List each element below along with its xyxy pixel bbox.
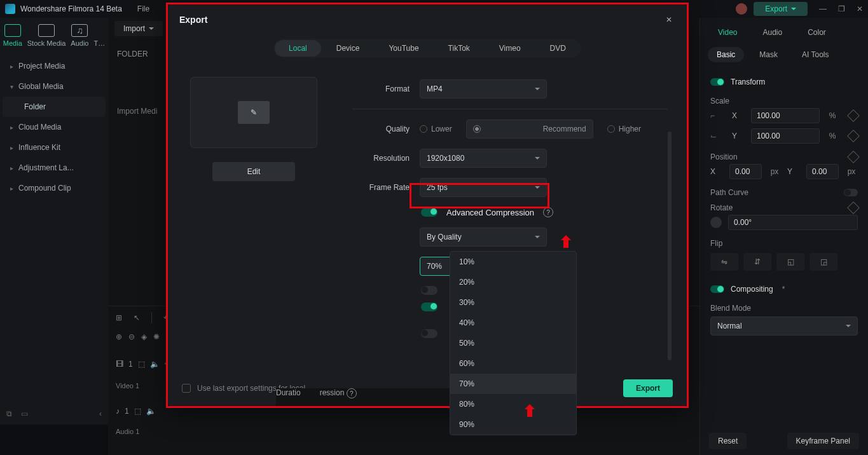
close-button[interactable]: ✕: [663, 13, 675, 26]
scale-y-input[interactable]: 100.00: [751, 128, 820, 144]
sidebar-project-media[interactable]: ▸Project Media: [3, 56, 106, 76]
keyframe-diamond[interactable]: [847, 130, 860, 142]
rotate-input[interactable]: 0.00°: [728, 215, 858, 230]
subtab-mask[interactable]: Mask: [750, 47, 787, 62]
subtab-basic[interactable]: Basic: [708, 47, 744, 62]
tab-video[interactable]: Video: [708, 24, 747, 41]
misc-toggle-1[interactable]: [421, 286, 437, 295]
rotate-knob[interactable]: [710, 217, 722, 228]
position-x-input[interactable]: 0.00: [729, 164, 762, 179]
compositing-toggle[interactable]: [710, 285, 724, 293]
opt-60[interactable]: 60%: [450, 353, 576, 374]
format-select[interactable]: MP4: [420, 79, 547, 98]
misc-toggle-2[interactable]: [421, 302, 437, 311]
tab-vimeo[interactable]: Vimeo: [485, 40, 535, 57]
transform-section[interactable]: Transform: [710, 74, 858, 90]
window-minimize[interactable]: —: [819, 4, 827, 13]
grid-icon[interactable]: ⊞: [116, 313, 122, 322]
transform-toggle[interactable]: [710, 78, 724, 86]
reset-button[interactable]: Reset: [709, 433, 747, 449]
keyframe-diamond[interactable]: [847, 109, 860, 122]
export-button[interactable]: Export: [623, 379, 673, 397]
checkbox[interactable]: [182, 384, 191, 393]
help-icon[interactable]: ?: [347, 388, 357, 398]
marker-icon[interactable]: ◈: [141, 332, 147, 341]
tab-text[interactable]: T…: [93, 39, 105, 47]
dialog-title: Export: [179, 15, 207, 25]
quality-higher[interactable]: Higher: [607, 125, 641, 133]
tab-audio[interactable]: Audio: [71, 24, 88, 47]
mute-icon[interactable]: 🔈: [150, 360, 160, 369]
sun-icon[interactable]: ✺: [153, 332, 160, 341]
user-avatar[interactable]: [736, 3, 747, 15]
sidebar-cloud-media[interactable]: ▸Cloud Media: [3, 117, 106, 137]
tab-device[interactable]: Device: [322, 40, 374, 57]
flip-4[interactable]: ◲: [809, 253, 837, 271]
tab-audio[interactable]: Audio: [752, 24, 792, 41]
flip-v[interactable]: ⇵: [743, 253, 771, 271]
tab-color[interactable]: Color: [797, 24, 836, 41]
sidebar-adjustment-layer[interactable]: ▸Adjustment La...: [3, 158, 106, 178]
position-y-input[interactable]: 0.00: [806, 164, 839, 179]
sidebar-folder[interactable]: Folder: [3, 97, 106, 117]
add-folder-icon[interactable]: ⧉: [6, 409, 12, 418]
left-sidebar: Media Stock Media Audio T… ▸Project Medi…: [0, 18, 108, 424]
scale-x-input[interactable]: 100.00: [751, 108, 820, 123]
keyframe-panel-button[interactable]: Keyframe Panel: [787, 433, 859, 449]
transform-label: Transform: [731, 78, 765, 86]
compositing-section[interactable]: Compositing*: [710, 281, 858, 297]
opt-30[interactable]: 30%: [450, 292, 576, 313]
export-header-button[interactable]: Export: [754, 2, 808, 16]
flip-h[interactable]: ⇋: [710, 253, 738, 271]
sidebar-influence-kit[interactable]: ▸Influence Kit: [3, 137, 106, 158]
lock-axis-icon[interactable]: ⌙: [710, 132, 726, 140]
collapse-icon[interactable]: ‹: [99, 409, 102, 418]
misc-toggle-3[interactable]: [421, 329, 437, 338]
opt-40[interactable]: 40%: [450, 313, 576, 333]
radio-label: Lower: [431, 125, 452, 133]
cursor-icon[interactable]: ↖: [134, 313, 140, 322]
compositing-label: Compositing: [731, 285, 773, 294]
window-maximize[interactable]: ❐: [838, 4, 845, 13]
opt-10[interactable]: 10%: [450, 252, 576, 272]
quality-lower[interactable]: Lower: [420, 125, 452, 133]
menu-file[interactable]: File: [137, 4, 149, 13]
framerate-select[interactable]: 25 fps: [420, 178, 547, 197]
folder-icon[interactable]: ▭: [21, 409, 28, 418]
quality-recommend[interactable]: Recommend: [466, 119, 593, 139]
edit-button[interactable]: Edit: [212, 162, 295, 181]
opt-70[interactable]: 70%: [450, 374, 576, 394]
tab-media[interactable]: Media: [3, 24, 22, 47]
opt-20[interactable]: 20%: [450, 272, 576, 292]
tab-youtube[interactable]: YouTube: [375, 40, 432, 57]
help-icon[interactable]: ?: [543, 207, 553, 217]
sidebar-footer: ⧉ ▭ ‹: [0, 403, 108, 424]
link-axis-icon[interactable]: ⌐: [710, 111, 726, 120]
tab-dvd[interactable]: DVD: [536, 40, 580, 57]
sidebar-compound-clip[interactable]: ▸Compound Clip: [3, 178, 106, 198]
opt-80[interactable]: 80%: [450, 394, 576, 414]
link-icon[interactable]: ⊖: [128, 332, 135, 341]
subtab-ai-tools[interactable]: AI Tools: [793, 47, 837, 62]
advanced-compression-toggle[interactable]: [421, 208, 437, 217]
window-close[interactable]: ✕: [857, 4, 863, 13]
tab-local[interactable]: Local: [275, 40, 321, 57]
chevron-down-icon: ▾: [10, 83, 13, 90]
pathcurve-toggle[interactable]: [844, 189, 858, 196]
opt-90[interactable]: 90%: [450, 414, 576, 435]
resolution-select[interactable]: 1920x1080: [420, 149, 547, 168]
tab-tiktok[interactable]: TikTok: [434, 40, 484, 57]
scrollbar[interactable]: [668, 132, 672, 360]
add-track-icon[interactable]: ⊕: [116, 332, 122, 341]
tab-stock-media[interactable]: Stock Media: [27, 24, 66, 47]
opt-50[interactable]: 50%: [450, 333, 576, 353]
lock-icon[interactable]: ⬚: [134, 407, 141, 416]
lock-icon[interactable]: ⬚: [138, 360, 145, 369]
mute-icon[interactable]: 🔈: [146, 407, 156, 416]
blend-mode-select[interactable]: Normal: [710, 316, 858, 336]
sidebar-global-media[interactable]: ▾Global Media: [3, 76, 106, 97]
compression-mode-select[interactable]: By Quality: [420, 228, 547, 247]
audio-track-head[interactable]: ♪1 ⬚ 🔈: [116, 407, 183, 416]
import-button[interactable]: Import: [114, 21, 163, 36]
flip-3[interactable]: ◱: [776, 253, 804, 271]
